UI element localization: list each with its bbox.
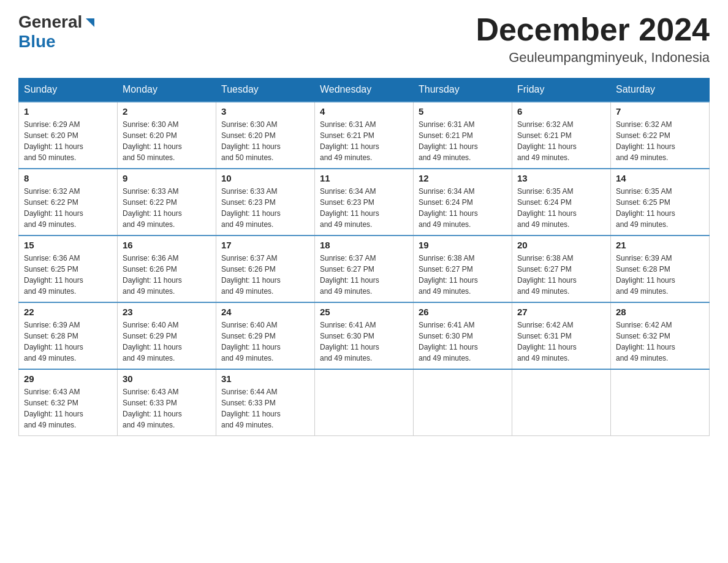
day-number: 20: [517, 240, 605, 250]
calendar-cell: 22 Sunrise: 6:39 AMSunset: 6:28 PMDaylig…: [19, 302, 118, 369]
day-info: Sunrise: 6:33 AMSunset: 6:23 PMDaylight:…: [221, 186, 309, 230]
day-number: 13: [517, 173, 605, 183]
logo-triangle-icon: [83, 16, 97, 29]
calendar-cell: 8 Sunrise: 6:32 AMSunset: 6:22 PMDayligh…: [19, 169, 118, 236]
day-number: 31: [221, 373, 309, 384]
calendar-cell: 21 Sunrise: 6:39 AMSunset: 6:28 PMDaylig…: [611, 236, 710, 302]
calendar-cell: 18 Sunrise: 6:37 AMSunset: 6:27 PMDaylig…: [315, 236, 414, 302]
calendar-cell: 4 Sunrise: 6:31 AMSunset: 6:21 PMDayligh…: [315, 102, 414, 169]
day-number: 21: [616, 240, 704, 250]
month-title: December 2024: [476, 12, 710, 47]
day-number: 2: [123, 106, 211, 117]
day-info: Sunrise: 6:44 AMSunset: 6:33 PMDaylight:…: [221, 386, 309, 431]
day-info: Sunrise: 6:32 AMSunset: 6:22 PMDaylight:…: [24, 186, 112, 230]
day-number: 11: [320, 173, 408, 183]
day-number: 6: [517, 106, 605, 117]
logo-general-text: General: [18, 12, 82, 32]
day-info: Sunrise: 6:29 AMSunset: 6:20 PMDaylight:…: [24, 119, 112, 163]
day-number: 27: [517, 307, 605, 317]
day-info: Sunrise: 6:37 AMSunset: 6:26 PMDaylight:…: [221, 253, 309, 297]
day-info: Sunrise: 6:35 AMSunset: 6:25 PMDaylight:…: [616, 186, 704, 230]
logo: General Blue: [18, 12, 97, 52]
calendar-table: SundayMondayTuesdayWednesdayThursdayFrid…: [18, 78, 710, 436]
calendar-cell: 1 Sunrise: 6:29 AMSunset: 6:20 PMDayligh…: [19, 102, 118, 169]
day-number: 19: [419, 240, 507, 250]
day-number: 30: [123, 373, 211, 384]
calendar-cell: 26 Sunrise: 6:41 AMSunset: 6:30 PMDaylig…: [414, 302, 512, 369]
day-number: 7: [616, 106, 704, 117]
page-header: General Blue December 2024 Geuleumpangmi…: [18, 12, 710, 66]
calendar-week-row: 1 Sunrise: 6:29 AMSunset: 6:20 PMDayligh…: [19, 102, 710, 169]
calendar-cell: 16 Sunrise: 6:36 AMSunset: 6:26 PMDaylig…: [118, 236, 216, 302]
calendar-week-row: 15 Sunrise: 6:36 AMSunset: 6:25 PMDaylig…: [19, 236, 710, 302]
day-info: Sunrise: 6:32 AMSunset: 6:21 PMDaylight:…: [517, 119, 605, 163]
calendar-header-row: SundayMondayTuesdayWednesdayThursdayFrid…: [19, 78, 710, 102]
calendar-cell: [611, 369, 710, 436]
day-number: 3: [221, 106, 309, 117]
day-number: 14: [616, 173, 704, 183]
day-info: Sunrise: 6:38 AMSunset: 6:27 PMDaylight:…: [419, 253, 507, 297]
day-number: 5: [419, 106, 507, 117]
calendar-cell: 17 Sunrise: 6:37 AMSunset: 6:26 PMDaylig…: [216, 236, 315, 302]
calendar-cell: 7 Sunrise: 6:32 AMSunset: 6:22 PMDayligh…: [611, 102, 710, 169]
day-info: Sunrise: 6:38 AMSunset: 6:27 PMDaylight:…: [517, 253, 605, 297]
day-number: 25: [320, 307, 408, 317]
calendar-cell: 19 Sunrise: 6:38 AMSunset: 6:27 PMDaylig…: [414, 236, 512, 302]
calendar-header-tuesday: Tuesday: [216, 78, 315, 102]
calendar-header-thursday: Thursday: [414, 78, 512, 102]
calendar-cell: 15 Sunrise: 6:36 AMSunset: 6:25 PMDaylig…: [19, 236, 118, 302]
calendar-header-sunday: Sunday: [19, 78, 118, 102]
day-info: Sunrise: 6:32 AMSunset: 6:22 PMDaylight:…: [616, 119, 704, 163]
day-info: Sunrise: 6:31 AMSunset: 6:21 PMDaylight:…: [419, 119, 507, 163]
day-number: 15: [24, 240, 112, 250]
calendar-cell: 24 Sunrise: 6:40 AMSunset: 6:29 PMDaylig…: [216, 302, 315, 369]
day-number: 28: [616, 307, 704, 317]
calendar-header-monday: Monday: [118, 78, 216, 102]
day-info: Sunrise: 6:43 AMSunset: 6:33 PMDaylight:…: [123, 386, 211, 431]
title-section: December 2024 Geuleumpangminyeuk, Indone…: [476, 12, 710, 66]
calendar-cell: [315, 369, 414, 436]
calendar-cell: 2 Sunrise: 6:30 AMSunset: 6:20 PMDayligh…: [118, 102, 216, 169]
day-number: 26: [419, 307, 507, 317]
day-number: 9: [123, 173, 211, 183]
day-info: Sunrise: 6:39 AMSunset: 6:28 PMDaylight:…: [616, 253, 704, 297]
logo-icon: General Blue: [18, 12, 97, 52]
calendar-cell: 29 Sunrise: 6:43 AMSunset: 6:32 PMDaylig…: [19, 369, 118, 436]
calendar-cell: [512, 369, 611, 436]
day-info: Sunrise: 6:39 AMSunset: 6:28 PMDaylight:…: [24, 320, 112, 364]
calendar-week-row: 29 Sunrise: 6:43 AMSunset: 6:32 PMDaylig…: [19, 369, 710, 436]
calendar-week-row: 8 Sunrise: 6:32 AMSunset: 6:22 PMDayligh…: [19, 169, 710, 236]
calendar-cell: 13 Sunrise: 6:35 AMSunset: 6:24 PMDaylig…: [512, 169, 611, 236]
calendar-cell: 14 Sunrise: 6:35 AMSunset: 6:25 PMDaylig…: [611, 169, 710, 236]
day-info: Sunrise: 6:31 AMSunset: 6:21 PMDaylight:…: [320, 119, 408, 163]
day-number: 22: [24, 307, 112, 317]
calendar-cell: 30 Sunrise: 6:43 AMSunset: 6:33 PMDaylig…: [118, 369, 216, 436]
calendar-cell: 9 Sunrise: 6:33 AMSunset: 6:22 PMDayligh…: [118, 169, 216, 236]
calendar-cell: 20 Sunrise: 6:38 AMSunset: 6:27 PMDaylig…: [512, 236, 611, 302]
day-number: 29: [24, 373, 112, 384]
day-number: 24: [221, 307, 309, 317]
day-number: 1: [24, 106, 112, 117]
calendar-cell: 10 Sunrise: 6:33 AMSunset: 6:23 PMDaylig…: [216, 169, 315, 236]
day-info: Sunrise: 6:33 AMSunset: 6:22 PMDaylight:…: [123, 186, 211, 230]
svg-marker-0: [86, 18, 94, 27]
day-number: 8: [24, 173, 112, 183]
day-number: 12: [419, 173, 507, 183]
day-info: Sunrise: 6:40 AMSunset: 6:29 PMDaylight:…: [221, 320, 309, 364]
calendar-header-wednesday: Wednesday: [315, 78, 414, 102]
day-number: 10: [221, 173, 309, 183]
day-info: Sunrise: 6:30 AMSunset: 6:20 PMDaylight:…: [123, 119, 211, 163]
calendar-cell: 3 Sunrise: 6:30 AMSunset: 6:20 PMDayligh…: [216, 102, 315, 169]
calendar-cell: 11 Sunrise: 6:34 AMSunset: 6:23 PMDaylig…: [315, 169, 414, 236]
calendar-week-row: 22 Sunrise: 6:39 AMSunset: 6:28 PMDaylig…: [19, 302, 710, 369]
day-number: 16: [123, 240, 211, 250]
calendar-cell: 23 Sunrise: 6:40 AMSunset: 6:29 PMDaylig…: [118, 302, 216, 369]
calendar-cell: 28 Sunrise: 6:42 AMSunset: 6:32 PMDaylig…: [611, 302, 710, 369]
calendar-cell: 25 Sunrise: 6:41 AMSunset: 6:30 PMDaylig…: [315, 302, 414, 369]
calendar-header-friday: Friday: [512, 78, 611, 102]
day-info: Sunrise: 6:42 AMSunset: 6:31 PMDaylight:…: [517, 320, 605, 364]
day-info: Sunrise: 6:34 AMSunset: 6:24 PMDaylight:…: [419, 186, 507, 230]
day-info: Sunrise: 6:41 AMSunset: 6:30 PMDaylight:…: [419, 320, 507, 364]
calendar-cell: 31 Sunrise: 6:44 AMSunset: 6:33 PMDaylig…: [216, 369, 315, 436]
day-info: Sunrise: 6:43 AMSunset: 6:32 PMDaylight:…: [24, 386, 112, 431]
